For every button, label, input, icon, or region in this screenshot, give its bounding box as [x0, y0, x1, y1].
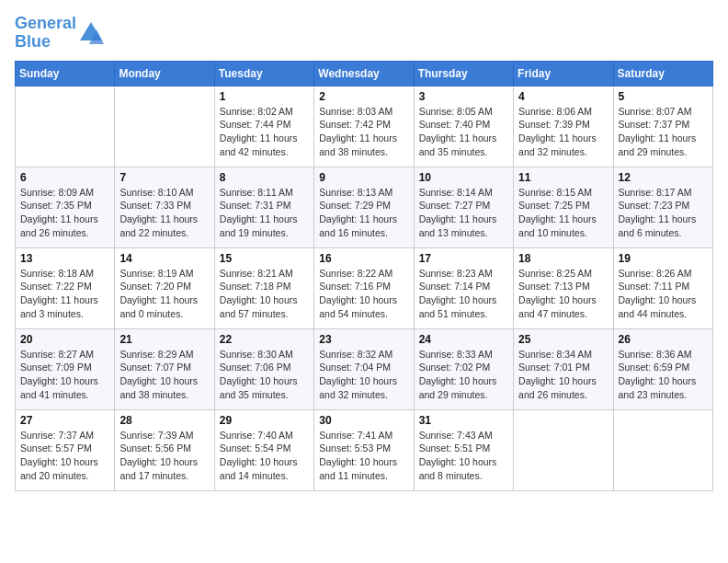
calendar-cell: 19Sunrise: 8:26 AMSunset: 7:11 PMDayligh…: [613, 247, 712, 328]
calendar-cell: 11Sunrise: 8:15 AMSunset: 7:25 PMDayligh…: [514, 167, 613, 247]
cell-info: Sunrise: 8:25 AMSunset: 7:13 PMDaylight:…: [518, 267, 608, 321]
cell-info: Sunrise: 8:13 AMSunset: 7:29 PMDaylight:…: [319, 186, 408, 240]
calendar-cell: [514, 409, 613, 490]
cell-day-number: 26: [619, 333, 708, 346]
weekday-header: Monday: [115, 61, 214, 86]
cell-day-number: 16: [319, 252, 408, 265]
cell-info: Sunrise: 7:39 AMSunset: 5:56 PMDaylight:…: [119, 429, 209, 483]
calendar-cell: 17Sunrise: 8:23 AMSunset: 7:14 PMDayligh…: [414, 247, 513, 328]
cell-info: Sunrise: 8:30 AMSunset: 7:06 PMDaylight:…: [220, 348, 309, 402]
cell-day-number: 9: [319, 171, 408, 184]
cell-day-number: 3: [419, 90, 508, 103]
cell-info: Sunrise: 8:34 AMSunset: 7:01 PMDaylight:…: [518, 348, 608, 402]
calendar-cell: [613, 409, 712, 490]
cell-day-number: 20: [20, 333, 109, 346]
cell-info: Sunrise: 7:37 AMSunset: 5:57 PMDaylight:…: [20, 429, 109, 483]
cell-info: Sunrise: 8:07 AMSunset: 7:37 PMDaylight:…: [619, 105, 708, 159]
cell-info: Sunrise: 8:03 AMSunset: 7:42 PMDaylight:…: [319, 105, 408, 159]
cell-day-number: 1: [220, 90, 309, 103]
cell-day-number: 31: [419, 414, 508, 427]
calendar-cell: 22Sunrise: 8:30 AMSunset: 7:06 PMDayligh…: [214, 328, 313, 409]
cell-day-number: 12: [619, 171, 708, 184]
calendar-cell: 26Sunrise: 8:36 AMSunset: 6:59 PMDayligh…: [613, 328, 712, 409]
calendar-cell: 24Sunrise: 8:33 AMSunset: 7:02 PMDayligh…: [414, 328, 513, 409]
calendar-cell: [16, 86, 115, 167]
cell-info: Sunrise: 8:19 AMSunset: 7:20 PMDaylight:…: [119, 267, 209, 321]
weekday-header: Saturday: [613, 61, 712, 86]
calendar-cell: 5Sunrise: 8:07 AMSunset: 7:37 PMDaylight…: [613, 86, 712, 167]
cell-info: Sunrise: 8:15 AMSunset: 7:25 PMDaylight:…: [518, 186, 608, 240]
cell-info: Sunrise: 8:36 AMSunset: 6:59 PMDaylight:…: [619, 348, 708, 402]
cell-info: Sunrise: 8:11 AMSunset: 7:31 PMDaylight:…: [220, 186, 309, 240]
calendar-cell: 7Sunrise: 8:10 AMSunset: 7:33 PMDaylight…: [115, 167, 214, 247]
calendar-cell: 10Sunrise: 8:14 AMSunset: 7:27 PMDayligh…: [414, 167, 513, 247]
calendar-cell: 31Sunrise: 7:43 AMSunset: 5:51 PMDayligh…: [414, 409, 513, 490]
calendar-cell: 25Sunrise: 8:34 AMSunset: 7:01 PMDayligh…: [514, 328, 613, 409]
calendar-cell: 1Sunrise: 8:02 AMSunset: 7:44 PMDaylight…: [214, 86, 313, 167]
calendar-cell: 30Sunrise: 7:41 AMSunset: 5:53 PMDayligh…: [314, 409, 414, 490]
calendar-cell: 27Sunrise: 7:37 AMSunset: 5:57 PMDayligh…: [16, 409, 115, 490]
cell-day-number: 30: [319, 414, 408, 427]
cell-day-number: 10: [419, 171, 508, 184]
cell-info: Sunrise: 8:32 AMSunset: 7:04 PMDaylight:…: [319, 348, 408, 402]
cell-day-number: 13: [20, 252, 109, 265]
cell-day-number: 29: [220, 414, 309, 427]
calendar-cell: 3Sunrise: 8:05 AMSunset: 7:40 PMDaylight…: [414, 86, 513, 167]
calendar-cell: 12Sunrise: 8:17 AMSunset: 7:23 PMDayligh…: [613, 167, 712, 247]
calendar-cell: 15Sunrise: 8:21 AMSunset: 7:18 PMDayligh…: [214, 247, 313, 328]
cell-info: Sunrise: 8:09 AMSunset: 7:35 PMDaylight:…: [20, 186, 109, 240]
logo-text: General Blue: [15, 15, 76, 52]
cell-info: Sunrise: 8:23 AMSunset: 7:14 PMDaylight:…: [419, 267, 508, 321]
cell-day-number: 22: [220, 333, 309, 346]
cell-day-number: 7: [119, 171, 209, 184]
cell-day-number: 18: [518, 252, 608, 265]
cell-day-number: 21: [119, 333, 209, 346]
cell-day-number: 23: [319, 333, 408, 346]
calendar-cell: 21Sunrise: 8:29 AMSunset: 7:07 PMDayligh…: [115, 328, 214, 409]
cell-day-number: 5: [619, 90, 708, 103]
cell-info: Sunrise: 8:10 AMSunset: 7:33 PMDaylight:…: [119, 186, 209, 240]
logo: General Blue: [15, 15, 104, 52]
calendar-cell: 28Sunrise: 7:39 AMSunset: 5:56 PMDayligh…: [115, 409, 214, 490]
cell-day-number: 17: [419, 252, 508, 265]
weekday-header: Sunday: [16, 61, 115, 86]
cell-day-number: 6: [20, 171, 109, 184]
calendar-cell: 13Sunrise: 8:18 AMSunset: 7:22 PMDayligh…: [16, 247, 115, 328]
logo-icon: [78, 20, 104, 46]
cell-day-number: 27: [20, 414, 109, 427]
calendar-cell: 20Sunrise: 8:27 AMSunset: 7:09 PMDayligh…: [16, 328, 115, 409]
cell-day-number: 14: [119, 252, 209, 265]
cell-info: Sunrise: 8:21 AMSunset: 7:18 PMDaylight:…: [220, 267, 309, 321]
calendar-cell: 2Sunrise: 8:03 AMSunset: 7:42 PMDaylight…: [314, 86, 414, 167]
cell-info: Sunrise: 8:22 AMSunset: 7:16 PMDaylight:…: [319, 267, 408, 321]
cell-info: Sunrise: 8:29 AMSunset: 7:07 PMDaylight:…: [119, 348, 209, 402]
cell-info: Sunrise: 8:18 AMSunset: 7:22 PMDaylight:…: [20, 267, 109, 321]
cell-day-number: 4: [518, 90, 608, 103]
weekday-header: Wednesday: [314, 61, 414, 86]
calendar-cell: 14Sunrise: 8:19 AMSunset: 7:20 PMDayligh…: [115, 247, 214, 328]
cell-day-number: 2: [319, 90, 408, 103]
cell-info: Sunrise: 8:06 AMSunset: 7:39 PMDaylight:…: [518, 105, 608, 159]
calendar-cell: 8Sunrise: 8:11 AMSunset: 7:31 PMDaylight…: [214, 167, 313, 247]
cell-day-number: 28: [119, 414, 209, 427]
weekday-header: Friday: [514, 61, 613, 86]
cell-info: Sunrise: 8:17 AMSunset: 7:23 PMDaylight:…: [619, 186, 708, 240]
weekday-header: Tuesday: [214, 61, 313, 86]
calendar-cell: [115, 86, 214, 167]
calendar-cell: 9Sunrise: 8:13 AMSunset: 7:29 PMDaylight…: [314, 167, 414, 247]
cell-day-number: 8: [220, 171, 309, 184]
weekday-header: Thursday: [414, 61, 513, 86]
cell-day-number: 15: [220, 252, 309, 265]
cell-info: Sunrise: 7:43 AMSunset: 5:51 PMDaylight:…: [419, 429, 508, 483]
cell-info: Sunrise: 7:40 AMSunset: 5:54 PMDaylight:…: [220, 429, 309, 483]
cell-info: Sunrise: 7:41 AMSunset: 5:53 PMDaylight:…: [319, 429, 408, 483]
cell-day-number: 24: [419, 333, 508, 346]
calendar-cell: 6Sunrise: 8:09 AMSunset: 7:35 PMDaylight…: [16, 167, 115, 247]
cell-info: Sunrise: 8:02 AMSunset: 7:44 PMDaylight:…: [220, 105, 309, 159]
cell-info: Sunrise: 8:14 AMSunset: 7:27 PMDaylight:…: [419, 186, 508, 240]
cell-info: Sunrise: 8:27 AMSunset: 7:09 PMDaylight:…: [20, 348, 109, 402]
cell-day-number: 19: [619, 252, 708, 265]
calendar-cell: 18Sunrise: 8:25 AMSunset: 7:13 PMDayligh…: [514, 247, 613, 328]
calendar-cell: 16Sunrise: 8:22 AMSunset: 7:16 PMDayligh…: [314, 247, 414, 328]
calendar-cell: 23Sunrise: 8:32 AMSunset: 7:04 PMDayligh…: [314, 328, 414, 409]
